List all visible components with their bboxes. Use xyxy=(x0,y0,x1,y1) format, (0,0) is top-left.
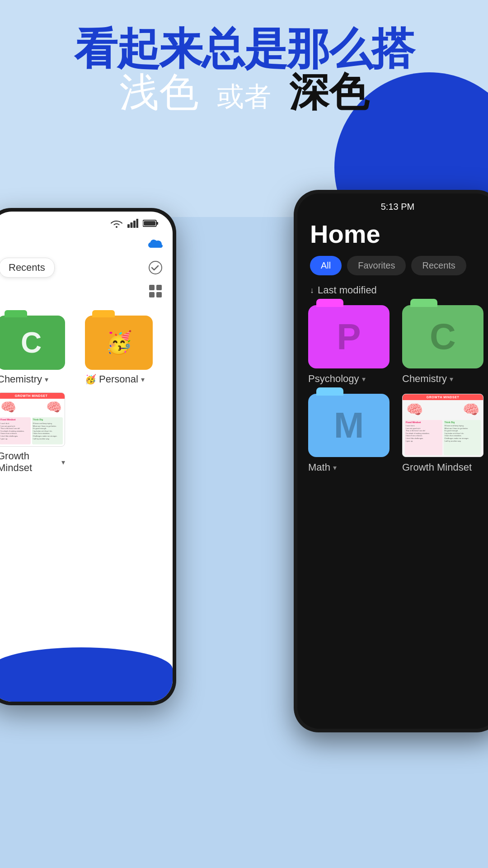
personal-label: 🥳 Personal ▾ xyxy=(85,373,145,385)
gm-brains: 🧠 🧠 xyxy=(0,399,65,415)
right-tabs: All Favorites Recents xyxy=(297,256,488,284)
folder-item-psychology[interactable]: P Psychology ▾ xyxy=(308,305,393,385)
chemistry-folder-icon: C xyxy=(0,316,65,370)
gm-body-dark: Fixed Mindset I can't do it.I am not goo… xyxy=(403,419,483,457)
personal-folder-icon: 🥳 xyxy=(85,316,153,370)
left-status-bar xyxy=(0,212,173,231)
chemistry-folder-icon-dark: C xyxy=(402,305,483,368)
signal-icon xyxy=(127,219,138,228)
folder-item-math[interactable]: M Math ▾ xyxy=(308,394,393,473)
tab-recents[interactable]: Recents xyxy=(411,256,466,275)
right-folder-grid: P Psychology ▾ C Chemistry ▾ xyxy=(297,305,488,473)
tab-all[interactable]: All xyxy=(310,256,342,275)
gm-body: Fixed Mindset I can't do it.I am not goo… xyxy=(0,415,65,446)
cloud-icon[interactable] xyxy=(147,236,164,252)
or-text: 或者 xyxy=(217,81,271,112)
psychology-label: Psychology ▾ xyxy=(308,373,366,385)
chevron-icon: ▾ xyxy=(45,375,48,384)
svg-rect-5 xyxy=(156,222,158,225)
sort-arrow-icon: ↓ xyxy=(310,286,314,295)
gm-header-dark: GROWTH MINDSET xyxy=(403,394,483,400)
psychology-folder-icon: P xyxy=(308,305,389,368)
tab-favorites[interactable]: Favorites xyxy=(347,256,406,275)
chevron-psych: ▾ xyxy=(362,375,366,383)
time-display: 5:13 PM xyxy=(381,202,414,212)
right-home-title: Home xyxy=(297,216,488,256)
header-line2: 浅色 或者 深色 xyxy=(18,71,470,114)
header-area: 看起来总是那么搭 浅色 或者 深色 xyxy=(0,27,488,114)
check-icon[interactable] xyxy=(147,259,164,276)
svg-rect-10 xyxy=(149,292,155,297)
growth-mindset-item-left[interactable]: GROWTH MINDSET 🧠 🧠 Fixed Mindset I can't… xyxy=(0,392,65,474)
svg-rect-8 xyxy=(149,285,155,290)
phone-right: 5:13 PM Home All Favorites Recents ↓ Las… xyxy=(294,190,488,732)
math-folder-icon: M xyxy=(308,394,389,457)
gm-brains-dark: 🧠 🧠 xyxy=(403,400,483,419)
svg-rect-1 xyxy=(131,222,133,228)
header-line1: 看起来总是那么搭 xyxy=(18,27,470,71)
right-status-bar: 5:13 PM xyxy=(297,193,488,216)
chemistry-label-left: Chemistry ▾ xyxy=(0,373,48,385)
left-toolbar: Recents xyxy=(0,231,173,307)
phone-left-inner: Recents xyxy=(0,212,173,702)
folder-item-chemistry-left[interactable]: C Chemistry ▾ xyxy=(0,316,78,385)
gm-header: GROWTH MINDSET xyxy=(0,393,65,399)
dark-text: 深色 xyxy=(289,70,369,114)
chevron-gm-left: ▾ xyxy=(61,458,65,467)
grid-icon[interactable] xyxy=(147,283,164,299)
growth-mindset-item-right[interactable]: GROWTH MINDSET 🧠 🧠 Fixed Mindset I can't… xyxy=(402,394,487,473)
toolbar-icons xyxy=(147,236,164,299)
chevron-icon-personal: ▾ xyxy=(141,375,145,384)
chemistry-label-right: Chemistry ▾ xyxy=(402,373,453,385)
battery-icon xyxy=(143,219,159,227)
growth-mindset-label-right: Growth Mindset xyxy=(402,462,472,473)
sort-label: Last modified xyxy=(318,284,377,296)
svg-rect-6 xyxy=(144,221,155,226)
svg-rect-0 xyxy=(127,224,130,228)
svg-rect-2 xyxy=(133,221,136,228)
growth-mindset-label-left: Growth Mindset ▾ xyxy=(0,450,65,474)
light-text: 浅色 xyxy=(119,70,199,114)
left-phone-wave xyxy=(0,647,173,702)
growth-mindset-thumbnail-left: GROWTH MINDSET 🧠 🧠 Fixed Mindset I can't… xyxy=(0,392,65,447)
chevron-math: ▾ xyxy=(333,463,337,472)
folder-item-personal[interactable]: 🥳 🥳 Personal ▾ xyxy=(85,316,165,385)
svg-rect-11 xyxy=(156,292,162,297)
math-label: Math ▾ xyxy=(308,462,337,473)
growth-mindset-thumbnail-right: GROWTH MINDSET 🧠 🧠 Fixed Mindset I can't… xyxy=(402,394,483,457)
wifi-icon xyxy=(110,219,123,228)
svg-rect-3 xyxy=(136,219,139,228)
phone-left: Recents xyxy=(0,208,176,705)
folder-item-chemistry-right[interactable]: C Chemistry ▾ xyxy=(402,305,487,385)
svg-point-7 xyxy=(149,261,162,274)
chevron-chem-right: ▾ xyxy=(450,375,453,383)
phones-container: Recents xyxy=(0,190,488,868)
svg-rect-9 xyxy=(156,285,162,290)
left-folder-grid: C Chemistry ▾ 🥳 🥳 Personal ▾ xyxy=(0,316,173,474)
phone-right-inner: 5:13 PM Home All Favorites Recents ↓ Las… xyxy=(297,193,488,729)
recents-button[interactable]: Recents xyxy=(0,258,55,278)
